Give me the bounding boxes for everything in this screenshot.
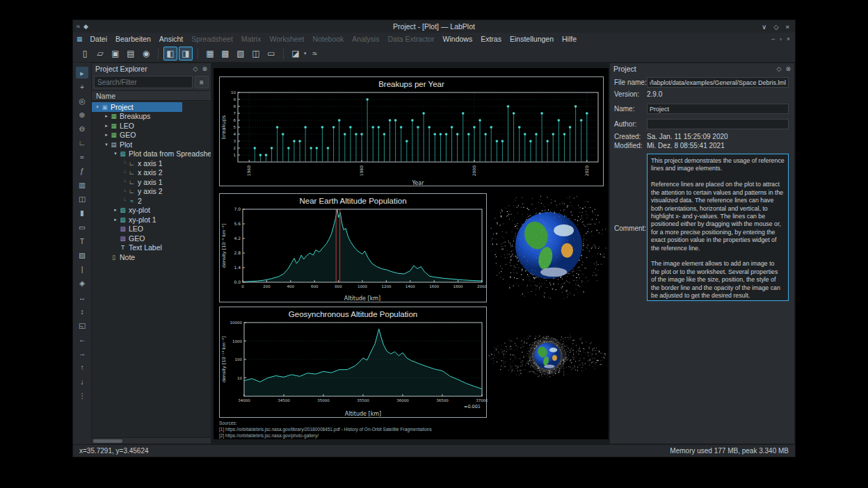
expand-arrow-icon[interactable]: ▸ [112, 207, 119, 213]
tree-item-plot-data-from-spreadsheet[interactable]: ▾▧Plot data from Spreadsheet [92, 149, 211, 159]
tree-item-x-axis-1[interactable]: └∟x axis 1 [92, 158, 211, 168]
comment-textarea[interactable]: This project demonstrates the usage of r… [647, 154, 789, 301]
worksheet[interactable]: Breakups per Year 1234567891019601980200… [214, 68, 609, 439]
save-file-icon[interactable]: ▣ [108, 47, 122, 60]
add-curve-icon[interactable]: ≈ [308, 47, 322, 60]
menu-notebook[interactable]: Notebook [308, 35, 348, 43]
add-xy-curve-icon[interactable]: ≈ [76, 151, 88, 163]
add-spreadsheet-icon[interactable]: ▦ [203, 47, 217, 60]
zoom-y-icon[interactable]: ↕ [76, 305, 88, 317]
float-panel-icon[interactable]: ◇ [193, 65, 198, 72]
pin-icon[interactable]: ◆ [83, 23, 88, 30]
add-axis-icon[interactable]: ∟ [76, 137, 88, 149]
float-panel-icon[interactable]: ◇ [777, 65, 782, 72]
expand-arrow-icon[interactable]: ▸ [103, 123, 110, 129]
menu-worksheet[interactable]: Worksheet [265, 35, 308, 43]
add-matrix-icon[interactable]: ▩ [218, 47, 232, 60]
expand-arrow-icon[interactable]: ▸ [103, 113, 110, 119]
properties-header[interactable]: Project ◇ ⊗ [610, 63, 794, 74]
collapse-arrow-icon[interactable]: ▾ [112, 151, 119, 156]
menu-windows[interactable]: Windows [439, 35, 477, 43]
file-name-input[interactable] [647, 77, 789, 88]
add-barplot-icon[interactable]: ▮ [76, 207, 88, 219]
leo-debris-image[interactable] [490, 195, 607, 300]
name-input[interactable] [647, 104, 789, 114]
menu-matrix[interactable]: Matrix [237, 35, 266, 43]
menu-hilfe[interactable]: Hilfe [558, 35, 581, 43]
tree-item-geo[interactable]: ▨GEO [92, 234, 211, 243]
menu-bearbeiten[interactable]: Bearbeiten [111, 35, 155, 43]
zoom-in-icon[interactable]: ⊕ [76, 109, 88, 121]
fit-to-height-icon[interactable]: ◨ [179, 47, 193, 60]
zoom-out-icon[interactable]: ⊖ [76, 123, 88, 135]
close-panel-icon[interactable]: ⊗ [785, 65, 791, 72]
tree-item-x-axis-2[interactable]: └∟x axis 2 [92, 168, 211, 178]
subwindow-close-icon[interactable]: × [787, 35, 790, 42]
menu-data-extractor[interactable]: Data Extractor [383, 35, 438, 43]
subwindow-minimize-icon[interactable]: – [771, 35, 775, 42]
tree-item-y-axis-1[interactable]: └∟y axis 1 [92, 177, 211, 187]
auto-scale-icon[interactable]: ◱ [76, 319, 88, 331]
select-mode-icon[interactable]: ▸ [76, 67, 88, 79]
add-image-icon[interactable]: ▨ [76, 249, 88, 261]
menu-einstellungen[interactable]: Einstellungen [506, 35, 558, 43]
expand-arrow-icon[interactable]: ▸ [103, 132, 110, 138]
geo-debris-image[interactable] [488, 313, 607, 407]
menu-ansicht[interactable]: Ansicht [155, 35, 187, 43]
shift-up-icon[interactable]: ↑ [76, 361, 88, 373]
filter-options-button[interactable]: ≡ [195, 76, 209, 88]
add-worksheet-icon[interactable]: ▧ [234, 47, 248, 60]
more-tools-icon[interactable]: ⋮ [76, 389, 88, 401]
close-button[interactable]: × [785, 23, 789, 31]
new-file-icon[interactable]: ▯ [78, 47, 92, 60]
add-reference-line-icon[interactable]: | [76, 263, 88, 275]
add-histogram-icon[interactable]: ▥ [76, 179, 88, 191]
tree-item-2[interactable]: └≈2 [92, 196, 211, 206]
close-panel-icon[interactable]: ⊗ [202, 65, 207, 72]
print-icon[interactable]: ▤ [124, 47, 138, 60]
print-preview-icon[interactable]: ◉ [139, 47, 153, 60]
shift-down-icon[interactable]: ↓ [76, 375, 88, 387]
tree-item-leo[interactable]: ▨LEO [92, 225, 211, 234]
scrollbar-thumb[interactable] [93, 439, 122, 443]
geo-plot[interactable]: Geosynchronous Altitude Population 10100… [219, 307, 487, 418]
near-earth-plot[interactable]: Near Earth Altitude Population 0.01.42.8… [219, 193, 487, 302]
explorer-header[interactable]: Project Explorer ◇ ⊗ [92, 63, 211, 74]
menu-analysis[interactable]: Analysis [348, 35, 383, 43]
tree-item-text-label[interactable]: TText Label [92, 243, 211, 253]
open-file-icon[interactable]: ▱ [93, 47, 107, 60]
menu-spreadsheet[interactable]: Spreadsheet [187, 35, 237, 43]
add-text-label-icon[interactable]: T [76, 235, 88, 247]
search-input[interactable] [94, 76, 193, 88]
tree-item-geo[interactable]: ▸▦GEO [92, 131, 211, 140]
tree-item-leo[interactable]: ▸▦LEO [92, 121, 211, 131]
tree-item-xy-plot-1[interactable]: ▸▧xy-plot 1 [92, 215, 211, 225]
tree-item-y-axis-2[interactable]: └∟y axis 2 [92, 187, 211, 197]
expand-arrow-icon[interactable]: ▸ [112, 217, 119, 222]
minimize-button[interactable]: ∨ [762, 23, 766, 31]
add-note-icon[interactable]: ▭ [264, 47, 278, 60]
zoom-select-icon[interactable]: ◎ [76, 95, 88, 106]
shift-left-icon[interactable]: ← [76, 334, 88, 345]
author-input[interactable] [647, 119, 789, 129]
cartesian-plot-icon-dropdown[interactable]: ▾ [304, 51, 307, 56]
zoom-x-icon[interactable]: ↔ [76, 291, 88, 303]
explorer-hscrollbar[interactable] [92, 437, 211, 444]
cartesian-plot-icon[interactable]: ◪ [289, 47, 303, 60]
tree-item-note[interactable]: ▯Note [92, 252, 211, 262]
add-equation-curve-icon[interactable]: ƒ [76, 165, 88, 177]
tree-column-header[interactable]: Name [92, 90, 211, 101]
add-notebook-icon[interactable]: ◫ [249, 47, 263, 60]
pan-mode-icon[interactable]: + [76, 81, 88, 92]
collapse-arrow-icon[interactable]: ▾ [94, 104, 101, 110]
tree-item-plot[interactable]: ▾▤Plot [92, 140, 211, 149]
subwindow-restore-icon[interactable]: ▫ [780, 35, 782, 42]
menu-datei[interactable]: Datei [86, 35, 112, 43]
menu-extras[interactable]: Extras [476, 35, 506, 43]
tree-item-project[interactable]: ▾▣Project [92, 102, 182, 112]
collapse-arrow-icon[interactable]: ▾ [103, 142, 110, 147]
fit-to-selection-icon[interactable]: ◧ [163, 47, 177, 60]
tree-item-breakups[interactable]: ▸▦Breakups [92, 112, 211, 122]
add-info-element-icon[interactable]: ◈ [76, 277, 88, 289]
titlebar[interactable]: ≈ ◆ Project - [Plot] — LabPlot ∨ ◇ × [73, 20, 795, 33]
